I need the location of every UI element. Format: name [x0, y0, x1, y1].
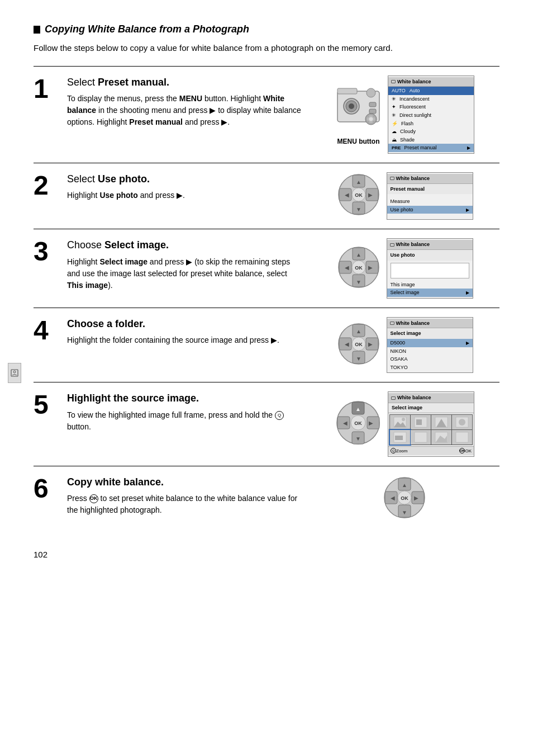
- svg-rect-68: [395, 436, 403, 440]
- step-3-menu: White balance Use photo This image Selec…: [387, 238, 473, 298]
- svg-text:▲: ▲: [356, 252, 361, 258]
- svg-text:▼: ▼: [356, 206, 361, 212]
- svg-text:▶: ▶: [414, 495, 418, 501]
- step-3-dpad: OK ▲ ▼ ◀ ▶: [336, 245, 381, 292]
- step-1-caption: MENU button: [337, 136, 380, 147]
- svg-text:◀: ◀: [345, 264, 349, 271]
- step-1-right: MENU button White balance AUTOAuto ✳Inca…: [310, 75, 499, 154]
- step-3-content: Choose Select image. Highlight Select im…: [67, 238, 310, 298]
- svg-text:◀: ◀: [345, 341, 349, 347]
- step-6-title: Copy white balance.: [67, 475, 304, 489]
- step-3: 3 Choose Select image. Highlight Select …: [34, 229, 499, 307]
- svg-text:◀: ◀: [345, 192, 349, 198]
- svg-point-13: [369, 117, 373, 121]
- svg-text:▼: ▼: [356, 356, 361, 362]
- step-5-dpad: OK ▲ ▼ ◀ ▶: [335, 399, 382, 450]
- svg-text:▼: ▼: [356, 279, 361, 285]
- svg-text:▼: ▼: [402, 509, 407, 516]
- step-5-title: Highlight the source image.: [67, 391, 304, 405]
- step-5-desc: To view the highlighted image full frame…: [67, 409, 304, 433]
- svg-text:OK: OK: [401, 495, 408, 501]
- step-2-right: OK ▲ ▼ ◀ ▶ White balance Preset manual M…: [310, 172, 499, 220]
- step-1: 1 Select Preset manual. To display the m…: [34, 66, 499, 163]
- svg-text:▲: ▲: [356, 179, 361, 185]
- step-1-desc: To display the menus, press the MENU but…: [67, 93, 304, 128]
- svg-point-1: [13, 371, 16, 373]
- svg-text:▶: ▶: [368, 264, 373, 271]
- step-2-menu: White balance Preset manual Measure Use …: [387, 172, 473, 220]
- step-1-menu: White balance AUTOAuto ✳Incandescent ✦Fl…: [388, 75, 474, 154]
- step-4-dpad: OK ▲ ▼ ◀ ▶: [336, 322, 381, 369]
- step-2-content: Select Use photo. Highlight Use photo an…: [67, 172, 310, 220]
- svg-text:▲: ▲: [355, 406, 361, 412]
- step-6-content: Copy white balance. Press OK to set pres…: [67, 475, 310, 523]
- svg-point-6: [349, 103, 354, 109]
- step-2-title: Select Use photo.: [67, 172, 304, 186]
- svg-text:▲: ▲: [402, 482, 407, 488]
- svg-rect-3: [337, 88, 357, 94]
- step-6-number: 6: [34, 475, 67, 523]
- step-5-content: Highlight the source image. To view the …: [67, 391, 310, 456]
- step-5-right: OK ▲ ▼ ◀ ▶ White balance Select image: [310, 391, 499, 456]
- page-number: 102: [34, 549, 499, 560]
- svg-text:OK: OK: [355, 342, 363, 347]
- svg-text:▼: ▼: [355, 436, 361, 442]
- svg-rect-72: [456, 432, 468, 442]
- step-4-number: 4: [34, 317, 67, 374]
- step-2-number: 2: [34, 172, 67, 220]
- step-6-dpad: OK ▲ ▼ ◀ ▶: [382, 475, 427, 523]
- step-5: 5 Highlight the source image. To view th…: [34, 382, 499, 465]
- svg-text:◀: ◀: [343, 420, 348, 426]
- title-icon: [34, 26, 40, 34]
- step-2: 2 Select Use photo. Highlight Use photo …: [34, 163, 499, 229]
- svg-text:▲: ▲: [356, 328, 361, 334]
- step-4-title: Choose a folder.: [67, 317, 304, 331]
- step-1-content: Select Preset manual. To display the men…: [67, 75, 310, 154]
- step-1-title: Select Preset manual.: [67, 75, 304, 89]
- step-6-right: OK ▲ ▼ ◀ ▶: [310, 475, 499, 523]
- step-6: 6 Copy white balance. Press OK to set pr…: [34, 466, 499, 532]
- svg-text:◀: ◀: [391, 495, 395, 501]
- svg-text:OK: OK: [355, 192, 363, 198]
- left-bookmark: [8, 363, 21, 383]
- step-4-desc: Highlight the folder containing the sour…: [67, 334, 304, 346]
- svg-point-66: [459, 419, 465, 426]
- step-4-content: Choose a folder. Highlight the folder co…: [67, 317, 310, 374]
- step-2-dpad: OK ▲ ▼ ◀ ▶: [336, 172, 381, 220]
- step-5-menu: White balance Select image: [388, 391, 474, 456]
- svg-text:▶: ▶: [368, 341, 373, 347]
- svg-rect-62: [416, 419, 422, 425]
- step-3-desc: Highlight Select image and press ▶ (to s…: [67, 256, 304, 291]
- svg-rect-69: [415, 432, 427, 442]
- step-1-camera: MENU button: [335, 83, 382, 147]
- svg-rect-9: [369, 109, 376, 114]
- step-3-right: OK ▲ ▼ ◀ ▶ White balance Use photo This …: [310, 238, 499, 298]
- svg-text:OK: OK: [354, 420, 362, 426]
- step-4-menu: White balance Select image D5000▶ NIKON …: [387, 317, 473, 374]
- step-3-title: Choose Select image.: [67, 238, 304, 252]
- step-5-number: 5: [34, 391, 67, 456]
- svg-text:▶: ▶: [369, 420, 373, 426]
- svg-text:OK: OK: [355, 265, 363, 271]
- step-4: 4 Choose a folder. Highlight the folder …: [34, 308, 499, 382]
- svg-text:▶: ▶: [368, 192, 373, 198]
- step-2-desc: Highlight Use photo and press ▶.: [67, 190, 304, 201]
- step-6-desc: Press OK to set preset white balance to …: [67, 493, 304, 516]
- step-4-right: OK ▲ ▼ ◀ ▶ White balance Select image D5…: [310, 317, 499, 374]
- svg-point-7: [367, 88, 375, 97]
- step-1-number: 1: [34, 75, 67, 154]
- svg-rect-8: [369, 102, 376, 107]
- svg-point-60: [402, 418, 405, 421]
- intro-text: Follow the steps below to copy a value f…: [34, 42, 499, 55]
- step-3-number: 3: [34, 238, 67, 298]
- page-title: Copying White Balance from a Photograph: [34, 22, 499, 36]
